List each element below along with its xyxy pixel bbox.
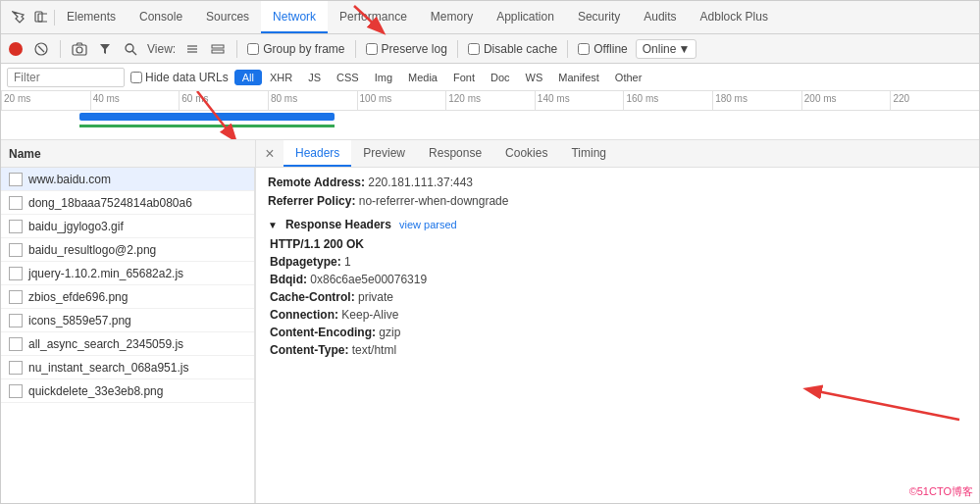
list-item[interactable]: all_async_search_2345059.js — [1, 332, 254, 356]
response-header-key: Content-Encoding: — [270, 326, 379, 339]
filter-type-buttons: AllXHRJSCSSImgMediaFontDocWSManifestOthe… — [234, 70, 650, 85]
record-icon[interactable] — [7, 40, 25, 58]
response-header-row: Content-Type: text/html — [268, 343, 967, 357]
referrer-policy-val: no-referrer-when-downgrade — [359, 194, 509, 208]
response-header-row: Bdpagetype: 1 — [268, 255, 967, 269]
filter-type-font[interactable]: Font — [445, 70, 483, 85]
response-header-value: 1 — [344, 255, 351, 269]
main-content: Name www.baidu.comdong_18baaa7524814ab08… — [1, 140, 979, 503]
general-headers-section: Remote Address: 220.181.111.37:443 Refer… — [268, 176, 967, 208]
offline-option[interactable]: Offline — [578, 42, 627, 56]
file-icon — [9, 361, 23, 375]
tab-timing[interactable]: Timing — [559, 140, 618, 167]
detail-panel: × Headers Preview Response Cookies Timin… — [256, 140, 979, 503]
offline-checkbox[interactable] — [578, 43, 590, 55]
tab-sources[interactable]: Sources — [194, 1, 261, 33]
inspect-icon[interactable] — [11, 10, 26, 25]
timeline-tick: 160 ms — [623, 91, 712, 110]
hide-data-urls-option[interactable]: Hide data URLs — [130, 71, 229, 84]
file-item-label: all_async_search_2345059.js — [28, 337, 183, 351]
tab-elements[interactable]: Elements — [55, 1, 128, 33]
tab-application[interactable]: Application — [485, 1, 566, 33]
clear-icon[interactable] — [32, 40, 50, 58]
filter-type-img[interactable]: Img — [367, 70, 400, 85]
response-header-value: text/html — [352, 343, 396, 357]
list-item[interactable]: dong_18baaa7524814ab080a6 — [1, 191, 254, 215]
remote-address-val: 220.181.111.37:443 — [368, 176, 473, 189]
response-header-value: private — [358, 290, 393, 304]
response-headers-title[interactable]: ▼ Response Headers view parsed — [268, 218, 967, 231]
view-parsed-link[interactable]: view parsed — [399, 219, 457, 230]
tab-security[interactable]: Security — [566, 1, 632, 33]
file-item-label: baidu_resultlogo@2.png — [28, 243, 156, 257]
preserve-log-option[interactable]: Preserve log — [366, 42, 447, 56]
filter-input[interactable] — [7, 68, 125, 87]
divider-2 — [236, 40, 237, 58]
filter-icon[interactable] — [96, 40, 114, 58]
tab-cookies[interactable]: Cookies — [493, 140, 559, 167]
tab-headers[interactable]: Headers — [284, 140, 351, 167]
disable-cache-checkbox[interactable] — [468, 43, 480, 55]
list-item[interactable]: icons_5859e57.png — [1, 309, 254, 332]
tab-network[interactable]: Network — [261, 1, 328, 33]
tab-memory[interactable]: Memory — [419, 1, 485, 33]
online-dropdown[interactable]: Online ▼ — [636, 39, 697, 59]
filter-type-js[interactable]: JS — [300, 70, 329, 85]
divider-3 — [355, 40, 356, 58]
group-by-frame-checkbox[interactable] — [247, 43, 259, 55]
hide-data-urls-label: Hide data URLs — [145, 71, 229, 84]
tab-audits[interactable]: Audits — [632, 1, 688, 33]
filter-type-other[interactable]: Other — [607, 70, 650, 85]
group-by-frame-option[interactable]: Group by frame — [247, 42, 344, 56]
tab-adblock[interactable]: Adblock Plus — [689, 1, 780, 33]
record-button[interactable] — [9, 42, 23, 56]
disable-cache-option[interactable]: Disable cache — [468, 42, 557, 56]
preserve-log-checkbox[interactable] — [366, 43, 378, 55]
file-item-label: baidu_jgylogo3.gif — [28, 220, 124, 233]
timeline-area: 20 ms40 ms60 ms80 ms100 ms120 ms140 ms16… — [1, 91, 979, 140]
filter-type-ws[interactable]: WS — [518, 70, 551, 85]
response-header-key: Connection: — [270, 308, 341, 322]
tab-preview[interactable]: Preview — [351, 140, 417, 167]
large-rows-icon[interactable] — [209, 40, 227, 58]
tab-response[interactable]: Response — [417, 140, 493, 167]
camera-icon[interactable] — [71, 40, 88, 58]
search-icon[interactable] — [122, 40, 139, 58]
divider-5 — [567, 40, 568, 58]
file-item-label: zbios_efde696.png — [28, 290, 128, 304]
list-item[interactable]: baidu_resultlogo@2.png — [1, 238, 254, 262]
list-item[interactable]: www.baidu.com — [1, 168, 254, 191]
filter-type-media[interactable]: Media — [400, 70, 445, 85]
timeline-ruler: 20 ms40 ms60 ms80 ms100 ms120 ms140 ms16… — [1, 91, 979, 111]
file-item-label: jquery-1.10.2.min_65682a2.js — [28, 267, 183, 280]
top-nav-bar: Elements Console Sources Network Perform… — [1, 1, 979, 34]
tab-console[interactable]: Console — [128, 1, 194, 33]
list-item[interactable]: baidu_jgylogo3.gif — [1, 215, 254, 238]
list-item[interactable]: quickdelete_33e3eb8.png — [1, 379, 254, 403]
list-view-icon[interactable] — [183, 40, 201, 58]
filter-type-manifest[interactable]: Manifest — [550, 70, 607, 85]
filter-type-xhr[interactable]: XHR — [262, 70, 300, 85]
disable-cache-label: Disable cache — [484, 42, 557, 56]
filter-type-doc[interactable]: Doc — [483, 70, 518, 85]
file-icon — [9, 220, 23, 233]
hide-data-urls-checkbox[interactable] — [130, 72, 142, 83]
device-toolbar-icon[interactable] — [32, 10, 48, 25]
svg-line-3 — [38, 46, 44, 52]
filter-type-all[interactable]: All — [234, 70, 262, 85]
preserve-log-label: Preserve log — [382, 42, 447, 56]
tab-performance[interactable]: Performance — [328, 1, 419, 33]
file-icon — [9, 290, 23, 304]
response-header-row: Bdqid: 0x86c6ae5e00076319 — [268, 273, 967, 286]
list-item[interactable]: nu_instant_search_068a951.js — [1, 356, 254, 379]
referrer-policy-key: Referrer Policy: — [268, 194, 355, 208]
remote-address-row: Remote Address: 220.181.111.37:443 — [268, 176, 967, 189]
detail-tabs: × Headers Preview Response Cookies Timin… — [256, 140, 979, 168]
divider-4 — [457, 40, 458, 58]
file-icon — [9, 243, 23, 257]
list-item[interactable]: zbios_efde696.png — [1, 285, 254, 309]
filter-type-css[interactable]: CSS — [329, 70, 367, 85]
list-item[interactable]: jquery-1.10.2.min_65682a2.js — [1, 262, 254, 285]
svg-point-6 — [126, 44, 133, 52]
close-button[interactable]: × — [260, 144, 280, 164]
